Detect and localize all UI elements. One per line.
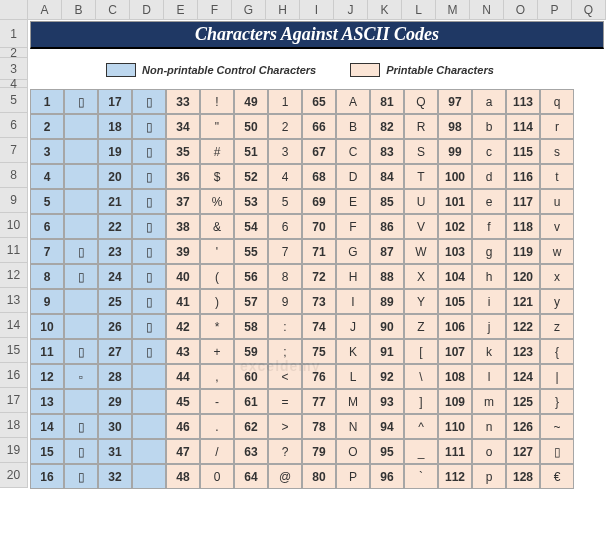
ascii-code-cell[interactable]: 52	[234, 164, 268, 189]
ascii-code-cell[interactable]: 30	[98, 414, 132, 439]
ascii-char-cell[interactable]: @	[268, 464, 302, 489]
ascii-code-cell[interactable]: 124	[506, 364, 540, 389]
ascii-char-cell[interactable]: F	[336, 214, 370, 239]
ascii-code-cell[interactable]: 114	[506, 114, 540, 139]
ascii-code-cell[interactable]: 63	[234, 439, 268, 464]
ascii-char-cell[interactable]: €	[540, 464, 574, 489]
ascii-char-cell[interactable]: 0	[200, 464, 234, 489]
ascii-char-cell[interactable]: M	[336, 389, 370, 414]
ascii-code-cell[interactable]: 12	[30, 364, 64, 389]
row-header[interactable]: 13	[0, 288, 27, 313]
ascii-char-cell[interactable]: H	[336, 264, 370, 289]
ascii-char-cell[interactable]	[64, 164, 98, 189]
ascii-char-cell[interactable]	[64, 314, 98, 339]
row-header[interactable]: 10	[0, 213, 27, 238]
ascii-char-cell[interactable]: ▯	[64, 464, 98, 489]
row-header[interactable]: 15	[0, 338, 27, 363]
ascii-char-cell[interactable]: c	[472, 139, 506, 164]
ascii-code-cell[interactable]: 34	[166, 114, 200, 139]
row-header[interactable]: 6	[0, 113, 27, 138]
ascii-char-cell[interactable]: ▯	[132, 314, 166, 339]
column-header[interactable]: N	[470, 0, 504, 19]
ascii-code-cell[interactable]: 50	[234, 114, 268, 139]
ascii-char-cell[interactable]: k	[472, 339, 506, 364]
ascii-char-cell[interactable]	[64, 389, 98, 414]
ascii-code-cell[interactable]: 104	[438, 264, 472, 289]
ascii-char-cell[interactable]: 4	[268, 164, 302, 189]
column-header[interactable]: J	[334, 0, 368, 19]
ascii-code-cell[interactable]: 75	[302, 339, 336, 364]
column-header[interactable]: O	[504, 0, 538, 19]
ascii-code-cell[interactable]: 87	[370, 239, 404, 264]
ascii-code-cell[interactable]: 46	[166, 414, 200, 439]
ascii-code-cell[interactable]: 9	[30, 289, 64, 314]
column-header[interactable]: H	[266, 0, 300, 19]
ascii-char-cell[interactable]: ▯	[540, 439, 574, 464]
ascii-code-cell[interactable]: 22	[98, 214, 132, 239]
row-header[interactable]: 8	[0, 163, 27, 188]
ascii-code-cell[interactable]: 82	[370, 114, 404, 139]
ascii-code-cell[interactable]: 53	[234, 189, 268, 214]
ascii-code-cell[interactable]: 31	[98, 439, 132, 464]
ascii-code-cell[interactable]: 100	[438, 164, 472, 189]
column-header[interactable]: P	[538, 0, 572, 19]
ascii-char-cell[interactable]: _	[404, 439, 438, 464]
ascii-code-cell[interactable]: 111	[438, 439, 472, 464]
ascii-char-cell[interactable]: }	[540, 389, 574, 414]
ascii-code-cell[interactable]: 79	[302, 439, 336, 464]
ascii-code-cell[interactable]: 71	[302, 239, 336, 264]
column-header[interactable]: K	[368, 0, 402, 19]
ascii-char-cell[interactable]: t	[540, 164, 574, 189]
row-header[interactable]: 16	[0, 363, 27, 388]
ascii-char-cell[interactable]: =	[268, 389, 302, 414]
row-header[interactable]: 17	[0, 388, 27, 413]
ascii-code-cell[interactable]: 85	[370, 189, 404, 214]
ascii-char-cell[interactable]: X	[404, 264, 438, 289]
ascii-char-cell[interactable]: 6	[268, 214, 302, 239]
ascii-code-cell[interactable]: 72	[302, 264, 336, 289]
ascii-char-cell[interactable]	[132, 414, 166, 439]
ascii-char-cell[interactable]: G	[336, 239, 370, 264]
ascii-code-cell[interactable]: 108	[438, 364, 472, 389]
ascii-char-cell[interactable]	[132, 364, 166, 389]
ascii-char-cell[interactable]: Z	[404, 314, 438, 339]
ascii-code-cell[interactable]: 16	[30, 464, 64, 489]
ascii-char-cell[interactable]: 1	[268, 89, 302, 114]
ascii-char-cell[interactable]: >	[268, 414, 302, 439]
ascii-code-cell[interactable]: 122	[506, 314, 540, 339]
ascii-char-cell[interactable]: T	[404, 164, 438, 189]
ascii-char-cell[interactable]: )	[200, 289, 234, 314]
ascii-code-cell[interactable]: 70	[302, 214, 336, 239]
ascii-code-cell[interactable]: 3	[30, 139, 64, 164]
ascii-char-cell[interactable]: ▯	[132, 89, 166, 114]
ascii-code-cell[interactable]: 27	[98, 339, 132, 364]
ascii-code-cell[interactable]: 112	[438, 464, 472, 489]
ascii-char-cell[interactable]: x	[540, 264, 574, 289]
ascii-code-cell[interactable]: 58	[234, 314, 268, 339]
ascii-code-cell[interactable]: 95	[370, 439, 404, 464]
ascii-char-cell[interactable]: 7	[268, 239, 302, 264]
ascii-char-cell[interactable]: N	[336, 414, 370, 439]
ascii-char-cell[interactable]	[64, 214, 98, 239]
ascii-code-cell[interactable]: 81	[370, 89, 404, 114]
ascii-char-cell[interactable]: W	[404, 239, 438, 264]
ascii-char-cell[interactable]: z	[540, 314, 574, 339]
ascii-code-cell[interactable]: 25	[98, 289, 132, 314]
ascii-char-cell[interactable]: ▯	[132, 339, 166, 364]
row-header[interactable]: 1	[0, 20, 27, 48]
ascii-char-cell[interactable]: u	[540, 189, 574, 214]
ascii-code-cell[interactable]: 109	[438, 389, 472, 414]
ascii-code-cell[interactable]: 76	[302, 364, 336, 389]
ascii-char-cell[interactable]: r	[540, 114, 574, 139]
ascii-code-cell[interactable]: 41	[166, 289, 200, 314]
column-header[interactable]: I	[300, 0, 334, 19]
ascii-char-cell[interactable]: Q	[404, 89, 438, 114]
ascii-code-cell[interactable]: 118	[506, 214, 540, 239]
ascii-code-cell[interactable]: 67	[302, 139, 336, 164]
row-header[interactable]: 9	[0, 188, 27, 213]
ascii-code-cell[interactable]: 113	[506, 89, 540, 114]
ascii-char-cell[interactable]: p	[472, 464, 506, 489]
ascii-char-cell[interactable]: m	[472, 389, 506, 414]
ascii-code-cell[interactable]: 60	[234, 364, 268, 389]
ascii-code-cell[interactable]: 35	[166, 139, 200, 164]
